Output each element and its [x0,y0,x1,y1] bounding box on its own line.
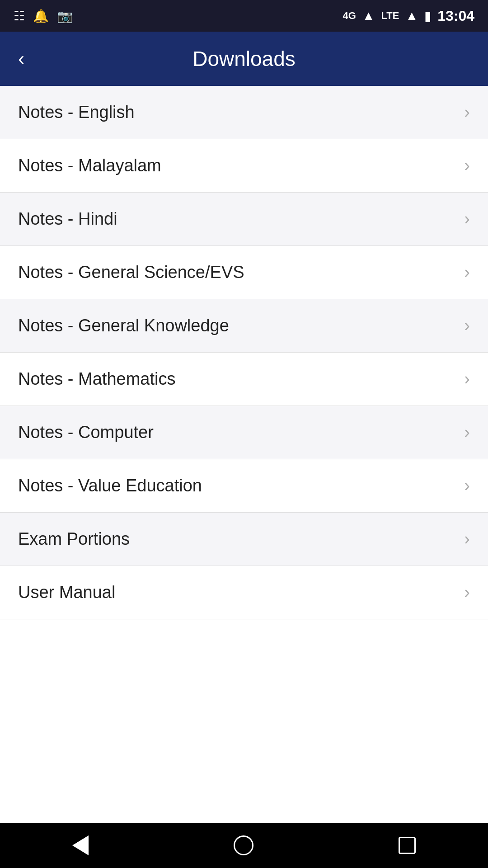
home-circle-icon [234,835,253,855]
chevron-right-icon: › [464,583,470,602]
nav-home-button[interactable] [234,835,253,855]
list-item-label: Notes - Malayalam [18,156,161,175]
chevron-right-icon: › [464,423,470,442]
back-triangle-icon [72,835,89,855]
list-item[interactable]: Exam Portions› [0,513,488,566]
notification-icon: 🔔 [33,9,49,24]
signal-bar-icon: ▲ [362,9,375,23]
status-bar: ☷ 🔔 📷 4G ▲ LTE ▲ ▮ 13:04 [0,0,488,32]
chevron-right-icon: › [464,476,470,495]
list-item-label: Notes - General Knowledge [18,316,229,335]
list-icon: ☷ [14,9,25,24]
list-item-label: Notes - Mathematics [18,369,175,389]
list-item[interactable]: Notes - Computer› [0,406,488,459]
nav-back-button[interactable] [72,835,89,855]
list-item-label: Notes - Computer [18,423,154,442]
chevron-right-icon: › [464,369,470,389]
lte-signal-text: LTE [381,10,399,22]
list-item[interactable]: Notes - Malayalam› [0,139,488,193]
image-icon: 📷 [57,9,73,24]
nav-recent-button[interactable] [399,837,416,854]
list-item[interactable]: Notes - Hindi› [0,193,488,246]
list-item-label: User Manual [18,583,115,602]
back-button[interactable]: ‹ [18,49,24,68]
list-item[interactable]: Notes - Value Education› [0,459,488,513]
header: ‹ Downloads [0,32,488,86]
list-item-label: Notes - English [18,103,135,122]
list-item[interactable]: Notes - General Science/EVS› [0,246,488,299]
downloads-list: Notes - English›Notes - Malayalam›Notes … [0,86,488,619]
page-title: Downloads [192,47,296,71]
chevron-right-icon: › [464,209,470,229]
battery-icon: ▮ [424,9,431,24]
chevron-right-icon: › [464,263,470,282]
list-item[interactable]: Notes - Mathematics› [0,353,488,406]
list-item[interactable]: Notes - English› [0,86,488,139]
status-bar-right: 4G ▲ LTE ▲ ▮ 13:04 [343,8,474,24]
status-time: 13:04 [437,8,474,24]
list-item-label: Exam Portions [18,529,130,549]
chevron-right-icon: › [464,103,470,122]
recent-square-icon [399,837,416,854]
chevron-right-icon: › [464,156,470,175]
status-bar-left: ☷ 🔔 📷 [14,9,73,24]
chevron-right-icon: › [464,316,470,335]
bottom-nav [0,823,488,868]
list-item[interactable]: Notes - General Knowledge› [0,299,488,353]
list-item-label: Notes - General Science/EVS [18,263,244,282]
lte-signal-bar-icon: ▲ [405,9,418,23]
chevron-right-icon: › [464,529,470,549]
list-item-label: Notes - Value Education [18,476,202,495]
4g-signal-text: 4G [343,10,356,22]
list-item[interactable]: User Manual› [0,566,488,619]
list-item-label: Notes - Hindi [18,209,117,229]
